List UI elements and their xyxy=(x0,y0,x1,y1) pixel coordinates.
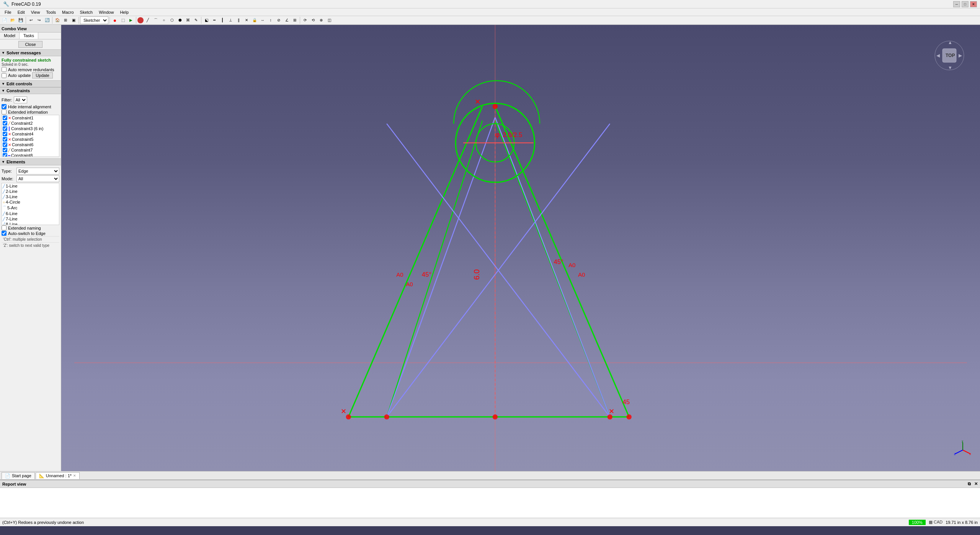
menu-edit[interactable]: Edit xyxy=(15,9,28,15)
view-fit[interactable]: ⊞ xyxy=(62,16,69,24)
viewport-cube[interactable]: ▲ ▼ ◀ ▶ TOP xyxy=(934,40,965,71)
close-button-panel[interactable]: Close xyxy=(18,41,42,48)
list-item[interactable]: ╱ Constraint2 xyxy=(2,121,59,126)
update-button[interactable]: Update xyxy=(32,72,52,78)
constraint-check-6[interactable] xyxy=(3,142,7,147)
tb-constraint-9[interactable]: ↕ xyxy=(267,16,274,24)
extended-info-checkbox[interactable] xyxy=(2,109,7,114)
workbench-selector[interactable]: Sketcher xyxy=(80,16,108,24)
view-home[interactable]: 🏠 xyxy=(54,16,61,24)
titlebar-controls[interactable]: ─ □ ✕ xyxy=(953,1,977,7)
list-item[interactable]: ╱ 6-Line xyxy=(2,211,59,216)
list-item[interactable]: ╱ 1-Line xyxy=(2,183,59,189)
tab-start-page[interactable]: 📄 Start page xyxy=(2,472,35,479)
tab-unnamed[interactable]: 📐 Unnamed : 1* ✕ xyxy=(36,472,80,479)
menu-macro[interactable]: Macro xyxy=(59,9,77,15)
mode-select[interactable]: All xyxy=(16,175,59,182)
tb-btn-4[interactable]: ○ xyxy=(160,16,168,24)
tb-sketch-3[interactable]: ⊕ xyxy=(317,16,325,24)
tb-constraint-7[interactable]: 🔒 xyxy=(251,16,258,24)
constraint-check-4[interactable] xyxy=(3,132,7,136)
menu-sketch[interactable]: Sketch xyxy=(77,9,96,15)
solver-messages-header[interactable]: ▼ Solver messages xyxy=(0,49,61,56)
constraint-check-3[interactable] xyxy=(3,126,7,131)
tb-constraint-11[interactable]: ∠ xyxy=(283,16,291,24)
menu-tools[interactable]: Tools xyxy=(43,9,59,15)
viewport[interactable]: ✕ ✕ ✕ 6.0 φ 2.0/2.5 45° 45° A0 A0 A0 A0 … xyxy=(61,25,980,471)
report-close-icon[interactable]: ✕ xyxy=(974,481,978,486)
auto-update-checkbox[interactable] xyxy=(2,73,7,78)
list-item[interactable]: ╱ Constraint7 xyxy=(2,147,59,153)
constraint-check-2[interactable] xyxy=(3,121,7,126)
list-item[interactable]: ✕ Constraint5 xyxy=(2,137,59,142)
tb-btn-2[interactable]: ╱ xyxy=(144,16,152,24)
tb-constraint-12[interactable]: ⊞ xyxy=(291,16,299,24)
constraint-check-5[interactable] xyxy=(3,137,7,142)
list-item[interactable]: ╱ 2-Line xyxy=(2,189,59,194)
tb-constraint-10[interactable]: ⊘ xyxy=(275,16,283,24)
tb-constraint-8[interactable]: ↔ xyxy=(259,16,266,24)
tb-sketch-2[interactable]: ⟲ xyxy=(309,16,317,24)
list-item[interactable]: ✕ Constraint6 xyxy=(2,142,59,147)
list-item[interactable]: ━ Constraint8 xyxy=(2,153,59,157)
constraints-header[interactable]: ▼ Constraints xyxy=(0,87,61,94)
tb-constraint-2[interactable]: ━ xyxy=(211,16,218,24)
close-button[interactable]: ✕ xyxy=(970,1,977,7)
open-button[interactable]: 📂 xyxy=(9,16,16,24)
list-item[interactable]: ╱ 8-Line xyxy=(2,222,59,225)
list-item[interactable]: ✕ Constraint4 xyxy=(2,131,59,137)
list-item[interactable]: ✕ Constraint1 xyxy=(2,115,59,121)
autoswitch-checkbox[interactable] xyxy=(2,231,7,236)
view-box[interactable]: ▣ xyxy=(70,16,77,24)
list-item[interactable]: ┃ Constraint3 (6 in) xyxy=(2,126,59,131)
tb-btn-8[interactable]: ✎ xyxy=(192,16,200,24)
hide-internal-checkbox[interactable] xyxy=(2,104,7,109)
tb-constraint-4[interactable]: ⊥ xyxy=(227,16,234,24)
save-button[interactable]: 💾 xyxy=(17,16,24,24)
redo-button[interactable]: ↪ xyxy=(35,16,43,24)
menu-view[interactable]: View xyxy=(28,9,43,15)
tab-tasks[interactable]: Tasks xyxy=(20,33,38,39)
refresh-button[interactable]: 🔄 xyxy=(43,16,51,24)
list-item[interactable]: ⌒ 5-Arc xyxy=(2,205,59,211)
list-item[interactable]: ○ 4-Circle xyxy=(2,199,59,205)
auto-remove-label: Auto remove redundants xyxy=(8,67,54,72)
auto-remove-checkbox[interactable] xyxy=(2,67,7,72)
tb-btn-6[interactable]: ⬢ xyxy=(176,16,184,24)
tb-btn-5[interactable]: ⬡ xyxy=(168,16,176,24)
constraint-check-7[interactable] xyxy=(3,148,7,152)
tb-sketch-4[interactable]: ◫ xyxy=(325,16,333,24)
menu-window[interactable]: Window xyxy=(96,9,117,15)
tb-btn-1[interactable] xyxy=(137,17,144,23)
tab-close-icon[interactable]: ✕ xyxy=(73,474,76,478)
play-button[interactable]: ▶ xyxy=(127,16,135,24)
elements-header[interactable]: ▼ Elements xyxy=(0,158,61,165)
menu-help[interactable]: Help xyxy=(117,9,132,15)
filter-select[interactable]: All xyxy=(14,96,27,103)
tab-model[interactable]: Model xyxy=(0,33,20,39)
tb-constraint-6[interactable]: ✕ xyxy=(243,16,250,24)
tb-btn-3[interactable]: ⌒ xyxy=(152,16,160,24)
constraint-check-1[interactable] xyxy=(3,116,7,120)
element-label-4: 4-Circle xyxy=(6,200,20,204)
edit-controls-header[interactable]: ▼ Edit controls xyxy=(0,80,61,87)
list-item[interactable]: ╱ 7-Line xyxy=(2,216,59,222)
undo-button[interactable]: ↩ xyxy=(27,16,35,24)
tb-constraint-5[interactable]: ∥ xyxy=(235,16,242,24)
tb-sketch-1[interactable]: ⟳ xyxy=(301,16,309,24)
list-item[interactable]: ╱ 3-Line xyxy=(2,194,59,199)
minimize-button[interactable]: ─ xyxy=(953,1,960,7)
extended-naming-checkbox[interactable] xyxy=(2,225,7,230)
new-file-button[interactable]: 📄 xyxy=(1,16,8,24)
maximize-button[interactable]: □ xyxy=(962,1,969,7)
constraint-check-8[interactable] xyxy=(3,153,7,157)
tb-constraint-1[interactable]: ⬕ xyxy=(203,16,210,24)
tb-constraint-3[interactable]: ┃ xyxy=(219,16,226,24)
toolbar-area: 📄 📂 💾 ↩ ↪ 🔄 🏠 ⊞ ▣ Sketcher ● ⬚ ▶ ╱ ⌒ ○ ⬡… xyxy=(0,16,980,25)
report-float-icon[interactable]: ⧉ xyxy=(968,481,971,486)
tb-btn-7[interactable]: ⌘ xyxy=(184,16,192,24)
stop-button[interactable]: ● xyxy=(111,16,119,24)
menu-file[interactable]: File xyxy=(2,9,15,15)
type-select[interactable]: Edge xyxy=(16,168,59,175)
sketch-view-button[interactable]: ⬚ xyxy=(119,16,127,24)
